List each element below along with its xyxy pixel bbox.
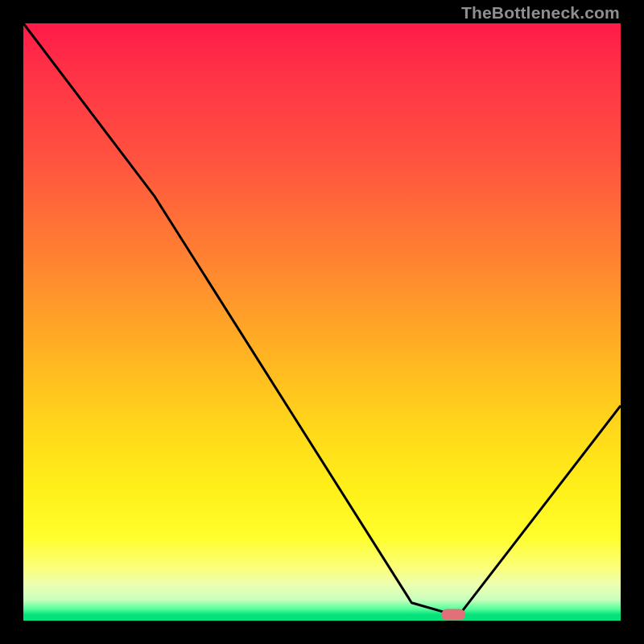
plot-area (23, 23, 621, 621)
curve-svg (23, 23, 621, 621)
bottleneck-curve (23, 23, 621, 615)
chart-frame: TheBottleneck.com (0, 0, 644, 644)
optimum-marker (441, 609, 465, 621)
watermark-text: TheBottleneck.com (461, 3, 620, 23)
